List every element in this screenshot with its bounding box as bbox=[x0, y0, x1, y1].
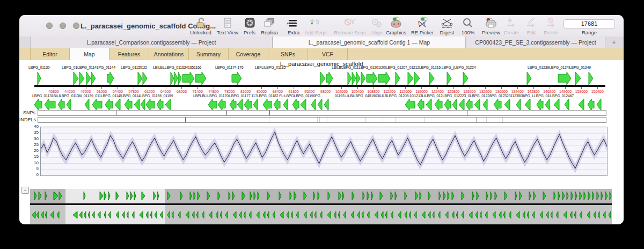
tab-comparison-project[interactable]: L.paracasei_Comparison.contigassembly — … bbox=[30, 36, 273, 48]
tab-annotations[interactable]: Annotations bbox=[149, 48, 189, 60]
forward-gene-track[interactable] bbox=[19, 72, 624, 85]
tab-snps[interactable]: SNPs bbox=[268, 48, 308, 60]
add-tab-button[interactable]: + bbox=[606, 36, 621, 48]
coverage-chart bbox=[41, 127, 607, 175]
view-tab-bar: Editor Map Features Annotations Summary … bbox=[19, 48, 624, 61]
tab-editor[interactable]: Editor bbox=[30, 48, 70, 60]
overview-backbone bbox=[30, 203, 612, 205]
add-seqs-button: Add Seqs bbox=[298, 17, 333, 35]
tab-scaffold-map[interactable]: L._paracasei_genomic_scaffold Contig 1 —… bbox=[273, 36, 466, 48]
reverse-gene-track[interactable] bbox=[19, 99, 624, 111]
coverage-plot[interactable] bbox=[40, 127, 608, 176]
add-dna-icon bbox=[298, 17, 333, 29]
tab-summary[interactable]: Summary bbox=[189, 48, 229, 60]
view-tab-filler bbox=[348, 48, 624, 60]
tab-map[interactable]: Map bbox=[70, 48, 109, 60]
indels-track-label: INDELs bbox=[19, 117, 35, 122]
overview-forward-genes bbox=[19, 192, 624, 200]
snps-track-label: SNPs bbox=[19, 110, 35, 115]
app-window: L._paracasei_genomic_scaffold Contig... … bbox=[19, 15, 624, 224]
close-window-icon[interactable] bbox=[46, 23, 53, 29]
title-bar: L._paracasei_genomic_scaffold Contig... … bbox=[19, 15, 624, 37]
tab-cp000423-project[interactable]: CP000423_PE_SE_3.contigassembly — Projec… bbox=[466, 36, 605, 48]
tab-coverage[interactable]: Coverage bbox=[229, 48, 268, 60]
snps-track[interactable] bbox=[38, 110, 606, 116]
indels-track[interactable] bbox=[38, 117, 606, 123]
tab-features[interactable]: Features bbox=[109, 48, 149, 60]
document-tab-bar: L.paracasei_Comparison.contigassembly — … bbox=[19, 36, 624, 49]
range-group: Range bbox=[564, 18, 615, 35]
range-input[interactable] bbox=[564, 19, 615, 28]
range-label: Range bbox=[564, 30, 615, 35]
minimize-window-icon[interactable] bbox=[60, 23, 66, 29]
tab-vcf[interactable]: VCF bbox=[308, 48, 348, 60]
overview-reverse-genes bbox=[19, 211, 624, 218]
zoom-window-icon[interactable] bbox=[73, 23, 79, 29]
